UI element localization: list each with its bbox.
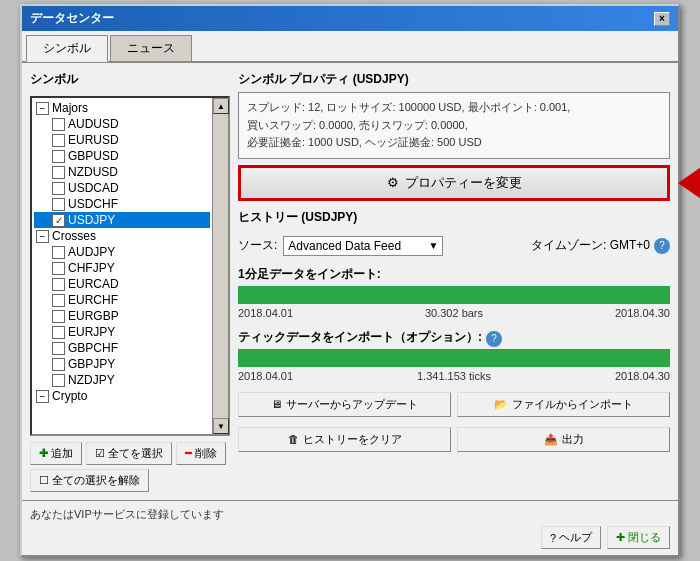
list-item[interactable]: USDCHF bbox=[34, 196, 210, 212]
main-dialog: データセンター × シンボル ニュース シンボル − Majors bbox=[20, 4, 680, 557]
export-button[interactable]: 📤 出力 bbox=[457, 427, 670, 452]
tab-news[interactable]: ニュース bbox=[110, 35, 192, 61]
symbol-label: AUDUSD bbox=[68, 117, 119, 131]
change-btn-wrapper: ⚙ プロパティーを変更 bbox=[238, 165, 670, 201]
timezone-label: タイムゾーン: GMT+0 bbox=[531, 237, 650, 254]
dialog-title: データセンター bbox=[30, 10, 114, 27]
clear-history-button[interactable]: 🗑 ヒストリーをクリア bbox=[238, 427, 451, 452]
symbol-label: EURCAD bbox=[68, 277, 119, 291]
import-tick-section: ティックデータをインポート（オプション）: ? 2018.04.01 1.341… bbox=[238, 329, 670, 382]
list-item[interactable]: AUDJPY bbox=[34, 244, 210, 260]
footer-buttons: ? ヘルプ ✚ 閉じる bbox=[30, 526, 670, 549]
checkbox-eurjpy[interactable] bbox=[52, 326, 65, 339]
symbol-label: USDJPY bbox=[68, 213, 115, 227]
list-item[interactable]: GBPJPY bbox=[34, 356, 210, 372]
import-tick-ticks: 1.341.153 ticks bbox=[417, 370, 491, 382]
vip-text: あなたはVIPサービスに登録しています bbox=[30, 507, 670, 522]
checkbox-usdcad[interactable] bbox=[52, 182, 65, 195]
checkbox-audusd[interactable] bbox=[52, 118, 65, 131]
timezone-help-button[interactable]: ? bbox=[654, 238, 670, 254]
list-item[interactable]: NZDJPY bbox=[34, 372, 210, 388]
list-item[interactable]: AUDUSD bbox=[34, 116, 210, 132]
deselect-all-button[interactable]: ☐ 全ての選択を解除 bbox=[30, 469, 149, 492]
import-1min-section: 1分足データをインポート: 2018.04.01 30.302 bars 201… bbox=[238, 266, 670, 319]
clear-label: ヒストリーをクリア bbox=[303, 432, 402, 447]
list-item[interactable]: EURCHF bbox=[34, 292, 210, 308]
select-all-button[interactable]: ☑ 全てを選択 bbox=[86, 442, 172, 465]
remove-button[interactable]: ━ 削除 bbox=[176, 442, 226, 465]
list-item[interactable]: GBPCHF bbox=[34, 340, 210, 356]
checkbox-usdchf[interactable] bbox=[52, 198, 65, 211]
folder-crosses[interactable]: − Crosses bbox=[34, 228, 210, 244]
source-value: Advanced Data Feed bbox=[288, 239, 401, 253]
list-item[interactable]: EURGBP bbox=[34, 308, 210, 324]
folder-crypto-label: Crypto bbox=[52, 389, 87, 403]
folder-majors[interactable]: − Majors bbox=[34, 100, 210, 116]
list-item[interactable]: USDCAD bbox=[34, 180, 210, 196]
change-properties-button[interactable]: ⚙ プロパティーを変更 bbox=[238, 165, 670, 201]
list-item[interactable]: NZDUSD bbox=[34, 164, 210, 180]
checkbox-eurgbp[interactable] bbox=[52, 310, 65, 323]
title-bar-close-button[interactable]: × bbox=[654, 12, 670, 26]
dialog-body: シンボル − Majors AUDUSD EURUS bbox=[22, 63, 678, 500]
export-icon: 📤 bbox=[544, 433, 558, 446]
tab-bar: シンボル ニュース bbox=[22, 31, 678, 63]
symbol-label: EURCHF bbox=[68, 293, 118, 307]
checkbox-nzdusd[interactable] bbox=[52, 166, 65, 179]
dropdown-arrow-icon: ▼ bbox=[428, 240, 438, 251]
properties-title: シンボル プロパティ (USDJPY) bbox=[238, 71, 670, 88]
help-button[interactable]: ? ヘルプ bbox=[541, 526, 601, 549]
change-btn-label: プロパティーを変更 bbox=[405, 174, 522, 192]
remove-label: 削除 bbox=[195, 446, 217, 461]
checkbox-usdjpy[interactable]: ✓ bbox=[52, 214, 65, 227]
import-tick-to: 2018.04.30 bbox=[615, 370, 670, 382]
help-label: ヘルプ bbox=[559, 530, 592, 545]
timezone-row: タイムゾーン: GMT+0 ? bbox=[531, 237, 670, 254]
checkbox-gbpchf[interactable] bbox=[52, 342, 65, 355]
tree-scrollbar[interactable]: ▲ ▼ bbox=[212, 98, 228, 434]
checkbox-audjpy[interactable] bbox=[52, 246, 65, 259]
action-buttons-row1: 🖥 サーバーからアップデート 📂 ファイルからインポート bbox=[238, 392, 670, 417]
symbol-label: AUDJPY bbox=[68, 245, 115, 259]
checkbox-gbpjpy[interactable] bbox=[52, 358, 65, 371]
import-tick-label: ティックデータをインポート（オプション）: bbox=[238, 329, 482, 346]
import-from-file-button[interactable]: 📂 ファイルからインポート bbox=[457, 392, 670, 417]
symbol-label: GBPUSD bbox=[68, 149, 119, 163]
source-dropdown[interactable]: Advanced Data Feed ▼ bbox=[283, 236, 443, 256]
tick-help-button[interactable]: ? bbox=[486, 331, 502, 347]
select-all-icon: ☑ bbox=[95, 447, 105, 460]
checkbox-chfjpy[interactable] bbox=[52, 262, 65, 275]
list-item[interactable]: GBPUSD bbox=[34, 148, 210, 164]
checkbox-eurusd[interactable] bbox=[52, 134, 65, 147]
history-section: ヒストリー (USDJPY) ソース: Advanced Data Feed ▼… bbox=[238, 209, 670, 452]
list-item[interactable]: EURUSD bbox=[34, 132, 210, 148]
tab-symbol[interactable]: シンボル bbox=[26, 35, 108, 62]
symbol-label: NZDUSD bbox=[68, 165, 118, 179]
list-item[interactable]: EURCAD bbox=[34, 276, 210, 292]
symbol-label: NZDJPY bbox=[68, 373, 115, 387]
import-1min-progress bbox=[238, 286, 670, 304]
checkbox-gbpusd[interactable] bbox=[52, 150, 65, 163]
title-bar: データセンター × bbox=[22, 6, 678, 31]
close-button[interactable]: ✚ 閉じる bbox=[607, 526, 670, 549]
close-icon: ✚ bbox=[616, 531, 625, 544]
checkbox-eurchf[interactable] bbox=[52, 294, 65, 307]
usdjpy-row-wrapper: ✓ USDJPY bbox=[34, 212, 210, 228]
list-item[interactable]: EURJPY bbox=[34, 324, 210, 340]
properties-line2: 買いスワップ: 0.0000, 売りスワップ: 0.0000, bbox=[247, 117, 661, 135]
checkbox-nzdjpy[interactable] bbox=[52, 374, 65, 387]
clear-icon: 🗑 bbox=[288, 433, 299, 445]
update-label: サーバーからアップデート bbox=[286, 397, 418, 412]
help-icon: ? bbox=[550, 532, 556, 544]
folder-crypto[interactable]: − Crypto bbox=[34, 388, 210, 404]
list-item[interactable]: CHFJPY bbox=[34, 260, 210, 276]
remove-icon: ━ bbox=[185, 447, 192, 460]
add-button[interactable]: ✚ 追加 bbox=[30, 442, 82, 465]
checkbox-eurcad[interactable] bbox=[52, 278, 65, 291]
update-from-server-button[interactable]: 🖥 サーバーからアップデート bbox=[238, 392, 451, 417]
scroll-up-button[interactable]: ▲ bbox=[213, 98, 229, 114]
scroll-thumb[interactable] bbox=[213, 114, 228, 418]
scroll-down-button[interactable]: ▼ bbox=[213, 418, 229, 434]
list-item[interactable]: ✓ USDJPY bbox=[34, 212, 210, 228]
import-1min-bars: 30.302 bars bbox=[425, 307, 483, 319]
